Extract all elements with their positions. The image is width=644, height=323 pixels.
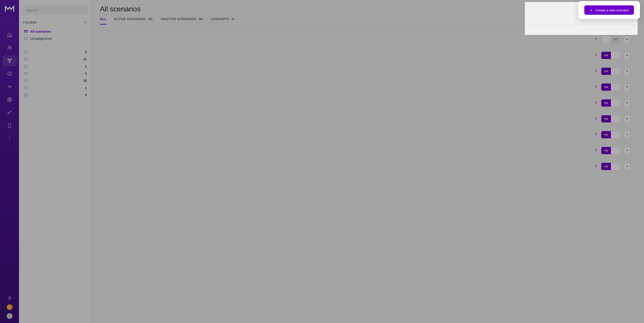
svg-point-10 <box>9 139 10 140</box>
nav-scenarios[interactable] <box>2 55 17 66</box>
folder-uncategorized[interactable]: Uncategorized <box>22 35 88 42</box>
scenario-toggle[interactable]: OFF <box>601 36 621 43</box>
toggle-on-label <box>601 36 611 43</box>
add-folder-button[interactable]: + <box>83 20 88 25</box>
plus-icon: ＋ <box>589 8 593 12</box>
tabs-bar: ALLACTIVE SCENARIOS13INACTIVE SCENARIOS6… <box>100 17 635 25</box>
folder-row[interactable]: 2 <box>22 91 88 98</box>
folder-count: 2 <box>85 93 87 97</box>
notifications-icon[interactable] <box>7 295 12 301</box>
svg-point-8 <box>9 137 10 137</box>
scenario-toggle[interactable]: ON <box>601 147 621 154</box>
tab-inactive-scenarios[interactable]: INACTIVE SCENARIOS64 <box>161 17 204 24</box>
tab-concepts[interactable]: CONCEPTS0 <box>211 17 235 24</box>
folder-row[interactable]: 3 <box>22 70 88 77</box>
folder-icon <box>24 57 28 61</box>
scenario-row: ON <box>100 111 635 127</box>
folders-sidebar: FOLDERS + All scenariosUncategorized 511… <box>19 0 92 323</box>
toggle-off-label <box>611 83 620 91</box>
scenario-toggle[interactable]: ON <box>601 163 621 170</box>
toggle-on-label: ON <box>601 83 611 91</box>
nav-globe[interactable] <box>2 94 17 105</box>
toggle-off-label <box>611 131 620 138</box>
nav-integrations[interactable] <box>2 68 17 79</box>
create-scenario-button[interactable]: ＋ Create a new scenario <box>584 5 634 15</box>
scenario-toggle[interactable]: ON <box>601 83 621 91</box>
svg-point-2 <box>8 59 9 60</box>
folder-icon <box>24 36 28 40</box>
bolt-icon <box>594 148 598 153</box>
scenario-row-menu[interactable] <box>624 83 630 91</box>
scenario-row: ON <box>100 79 635 95</box>
scenario-row-menu[interactable] <box>624 163 630 170</box>
folder-icon <box>24 86 28 90</box>
help-badge[interactable]: ? <box>7 304 12 310</box>
folder-count: 11 <box>83 57 87 61</box>
folder-label: All scenarios <box>30 29 51 33</box>
scenario-row: OFF <box>100 31 635 47</box>
folder-count: 10 <box>83 79 87 82</box>
tab-badge: 0 <box>231 17 235 20</box>
scenario-toggle[interactable]: ON <box>601 67 621 75</box>
folder-count: 1 <box>85 64 87 68</box>
tab-all[interactable]: ALL <box>100 17 106 24</box>
app-logo[interactable] <box>5 5 14 11</box>
toggle-off-label <box>611 52 620 59</box>
nav-team[interactable] <box>2 42 17 53</box>
onboarding-spotlight: ＋ Create a new scenario <box>578 1 640 19</box>
nav-more[interactable] <box>2 133 17 144</box>
scenario-row-menu[interactable] <box>624 115 630 123</box>
folder-icon <box>24 64 28 68</box>
scenario-row-menu[interactable] <box>624 67 630 75</box>
toggle-off-label <box>611 163 620 170</box>
svg-point-1 <box>10 46 12 48</box>
folder-icon <box>24 50 28 54</box>
toggle-on-label: ON <box>601 131 611 138</box>
toggle-on-label: ON <box>601 163 611 170</box>
search-input[interactable] <box>23 5 88 15</box>
toggle-on-label: ON <box>601 52 611 59</box>
bolt-icon <box>594 117 598 121</box>
tab-badge: 64 <box>198 17 204 20</box>
tab-label: INACTIVE SCENARIOS <box>161 17 196 21</box>
scenario-row-menu[interactable] <box>624 131 630 138</box>
svg-point-3 <box>10 59 12 60</box>
scenario-toggle[interactable]: ON <box>601 131 621 138</box>
toggle-on-label: ON <box>601 99 611 107</box>
folder-row[interactable]: 1 <box>22 63 88 70</box>
folder-row[interactable]: 10 <box>22 77 88 84</box>
scenario-toggle[interactable]: ON <box>601 115 621 123</box>
nav-connections[interactable] <box>2 81 17 92</box>
bolt-icon <box>594 132 598 137</box>
tab-active-scenarios[interactable]: ACTIVE SCENARIOS13 <box>114 17 153 24</box>
bolt-icon <box>594 69 598 73</box>
folder-open-icon <box>24 29 28 33</box>
toggle-on-label: ON <box>601 68 611 75</box>
scenario-row-menu[interactable] <box>624 147 630 154</box>
nav-keys[interactable] <box>2 107 17 118</box>
folder-row[interactable]: 5 <box>22 48 88 56</box>
scenario-toggle[interactable]: ON <box>601 99 621 107</box>
nav-home[interactable] <box>2 29 17 40</box>
bolt-icon <box>594 37 598 42</box>
scenario-row: ON <box>100 47 635 63</box>
folder-row[interactable]: 11 <box>22 56 88 63</box>
scenario-row: ON <box>100 95 635 111</box>
scenario-toggle[interactable]: ON <box>601 52 621 59</box>
scenario-row: ON <box>100 158 635 174</box>
folder-count: 5 <box>85 50 87 54</box>
svg-point-0 <box>8 46 10 48</box>
scenario-row: ON <box>100 127 635 142</box>
tab-label: ACTIVE SCENARIOS <box>114 17 146 21</box>
folder-count: 3 <box>85 72 87 75</box>
main-content: All scenarios ALLACTIVE SCENARIOS13INACT… <box>92 0 644 323</box>
user-avatar[interactable] <box>7 313 12 319</box>
folder-row[interactable]: 1 <box>22 84 88 91</box>
scenario-row-menu[interactable] <box>624 52 630 59</box>
scenario-row-menu[interactable] <box>624 36 630 43</box>
tab-label: ALL <box>100 17 106 21</box>
folders-header-label: FOLDERS <box>23 21 37 24</box>
folder-all-scenarios[interactable]: All scenarios <box>22 28 88 35</box>
nav-mobile[interactable] <box>2 120 17 131</box>
scenario-row-menu[interactable] <box>624 99 630 107</box>
